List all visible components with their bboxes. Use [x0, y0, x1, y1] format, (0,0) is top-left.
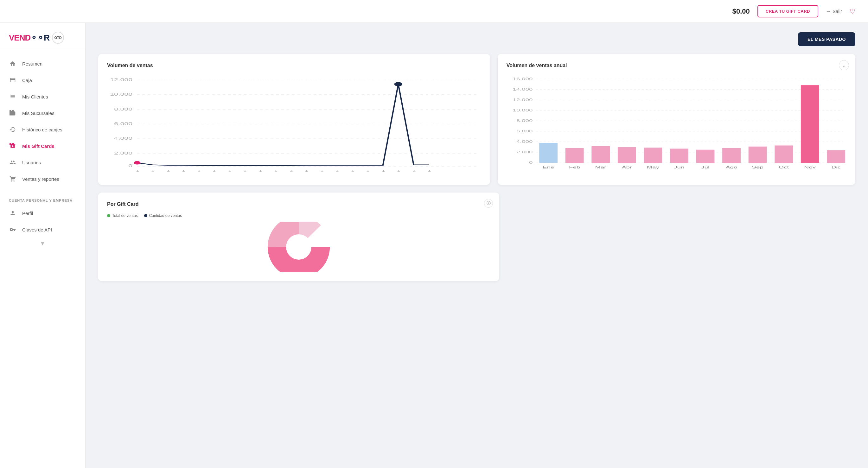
svg-text:10.000: 10.000 [513, 108, 532, 112]
charts-row-2: Por Gift Card ⓘ Total de ventas Cantidad… [98, 193, 855, 281]
sidebar-item-perfil-label: Perfil [22, 210, 33, 216]
row2-right-placeholder [507, 193, 855, 281]
history-icon [9, 126, 17, 133]
svg-text:4.000: 4.000 [516, 140, 533, 144]
scroll-down-indicator: ▼ [0, 238, 85, 249]
svg-text:12.000: 12.000 [110, 77, 132, 82]
line-chart: .grid-line{stroke:#e8eaf0;stroke-width:1… [107, 75, 481, 176]
sidebar-nav: Resumen Caja Mis Clientes [0, 51, 85, 192]
collapse-button[interactable]: ⌄ [839, 60, 849, 70]
charts-row-1: Volumen de ventas .grid-line{stroke:#e8e… [98, 54, 855, 185]
logo-vend: VEND⚬ [9, 33, 37, 43]
svg-text:↙: ↙ [348, 168, 357, 173]
legend-dot-green [107, 214, 110, 217]
svg-text:↙: ↙ [317, 168, 326, 173]
svg-text:14.000: 14.000 [513, 88, 532, 92]
svg-text:Jun: Jun [674, 165, 684, 169]
svg-text:2.000: 2.000 [114, 151, 132, 155]
svg-text:4.000: 4.000 [114, 136, 132, 141]
svg-rect-63 [775, 145, 793, 163]
cart-icon [9, 175, 17, 183]
svg-text:8.000: 8.000 [516, 119, 533, 123]
svg-text:Ago: Ago [725, 165, 737, 169]
svg-text:8.000: 8.000 [114, 107, 132, 111]
salir-label: Salir [833, 8, 842, 14]
api-icon [9, 226, 17, 233]
sidebar-item-mis-sucursales-label: Mis Sucursales [22, 110, 55, 116]
svg-text:Dic: Dic [831, 165, 841, 169]
sidebar-item-perfil[interactable]: Perfil [0, 205, 85, 221]
svg-text:↙: ↙ [164, 168, 172, 173]
sidebar-item-mis-clientes-label: Mis Clientes [22, 94, 48, 99]
svg-text:0: 0 [128, 164, 132, 168]
legend-dot-dark [144, 214, 147, 217]
sidebar-item-mis-gift-cards[interactable]: Mis Gift Cards [0, 138, 85, 154]
svg-text:↙: ↙ [194, 168, 203, 173]
svg-text:↙: ↙ [287, 168, 295, 173]
svg-rect-57 [618, 147, 636, 163]
svg-text:Feb: Feb [569, 165, 580, 169]
users-icon [9, 159, 17, 166]
svg-text:12.000: 12.000 [513, 98, 532, 102]
svg-text:Sep: Sep [752, 165, 764, 169]
svg-text:6.000: 6.000 [516, 129, 533, 133]
main-content: EL MES PASADO Volumen de ventas .grid-li… [86, 23, 868, 468]
sidebar-item-caja-label: Caja [22, 77, 32, 83]
svg-text:↙: ↙ [256, 168, 265, 173]
sidebar-item-claves-api[interactable]: Claves de API [0, 221, 85, 238]
svg-text:May: May [647, 165, 659, 169]
sidebar-item-claves-api-label: Claves de API [22, 227, 52, 232]
sidebar-item-caja[interactable]: Caja [0, 72, 85, 88]
svg-text:↙: ↙ [364, 168, 372, 173]
line-chart-svg: .grid-line{stroke:#e8eaf0;stroke-width:1… [107, 75, 481, 176]
create-gift-card-button[interactable]: CREA TU GIFT CARD [757, 5, 818, 18]
filter-mes-pasado-button[interactable]: EL MES PASADO [798, 32, 855, 46]
sidebar: VEND⚬ ⚬R OTD Resumen Caja [0, 23, 86, 468]
svg-text:0: 0 [529, 161, 532, 165]
legend-cantidad-ventas: Cantidad de ventas [144, 213, 182, 218]
branches-icon [9, 109, 17, 117]
por-gift-card-title: Por Gift Card [107, 201, 490, 207]
logo-otd: OTD [52, 32, 64, 44]
info-button[interactable]: ⓘ [484, 199, 493, 208]
sidebar-item-usuarios[interactable]: Usuarios [0, 154, 85, 171]
svg-text:10.000: 10.000 [110, 92, 132, 97]
app-body: VEND⚬ ⚬R OTD Resumen Caja [0, 23, 868, 468]
sidebar-item-mis-sucursales[interactable]: Mis Sucursales [0, 105, 85, 121]
sidebar-item-mis-clientes[interactable]: Mis Clientes [0, 88, 85, 105]
svg-rect-58 [644, 147, 662, 163]
card-por-gift-card: Por Gift Card ⓘ Total de ventas Cantidad… [98, 193, 499, 281]
svg-rect-61 [722, 148, 741, 163]
sidebar-item-historico-canjes[interactable]: Histórico de canjes [0, 121, 85, 138]
svg-text:Nov: Nov [804, 165, 816, 169]
svg-rect-56 [591, 146, 610, 163]
svg-text:Jul: Jul [701, 165, 709, 169]
svg-rect-65 [827, 150, 845, 163]
svg-text:↙: ↙ [179, 168, 188, 173]
notification-bell-icon[interactable]: ♡ [849, 8, 855, 15]
svg-text:↙: ↙ [410, 168, 418, 173]
sidebar-logo: VEND⚬ ⚬R OTD [0, 23, 85, 51]
svg-text:↙: ↙ [302, 168, 311, 173]
card-volumen-ventas: Volumen de ventas .grid-line{stroke:#e8e… [98, 54, 490, 185]
sidebar-section-label: CUENTA PERSONAL Y EMPRESA [0, 192, 85, 205]
sidebar-item-historico-label: Histórico de canjes [22, 127, 62, 132]
main-header-row: EL MES PASADO [98, 32, 855, 46]
svg-text:6.000: 6.000 [114, 122, 132, 126]
svg-text:↙: ↙ [133, 168, 142, 173]
sidebar-item-ventas-reportes-label: Ventas y reportes [22, 176, 59, 182]
svg-text:↙: ↙ [210, 168, 219, 173]
svg-text:↙: ↙ [225, 168, 234, 173]
svg-rect-64 [801, 85, 819, 163]
svg-text:↙: ↙ [379, 168, 388, 173]
svg-rect-55 [565, 148, 584, 163]
logo-r: ⚬R [37, 33, 50, 43]
svg-point-81 [286, 234, 311, 260]
person-icon [9, 209, 17, 217]
chart-legend: Total de ventas Cantidad de ventas [107, 213, 490, 218]
sidebar-item-resumen[interactable]: Resumen [0, 56, 85, 72]
svg-text:↙: ↙ [333, 168, 341, 173]
sidebar-item-ventas-reportes[interactable]: Ventas y reportes [0, 171, 85, 187]
gift-icon [9, 142, 17, 150]
salir-button[interactable]: → Salir [826, 8, 842, 14]
